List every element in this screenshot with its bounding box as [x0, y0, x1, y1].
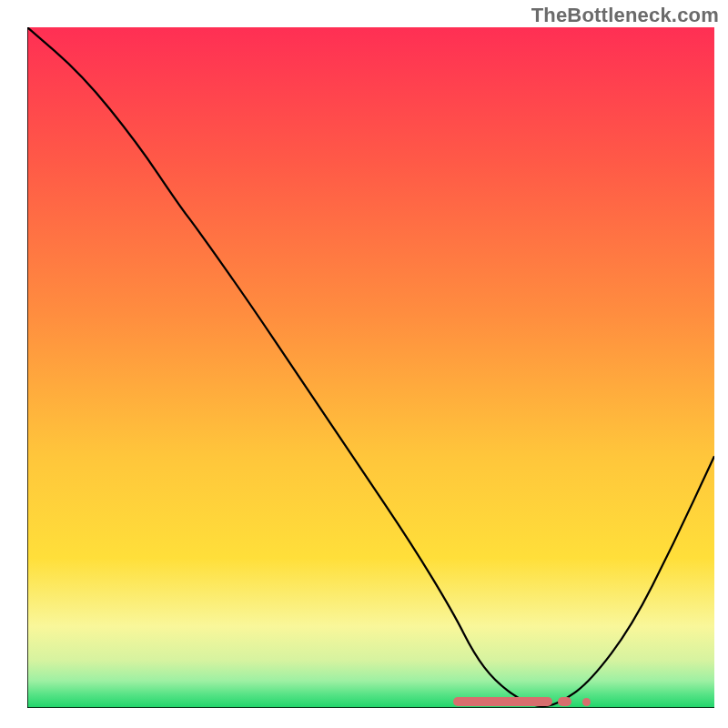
watermark-text: TheBottleneck.com	[531, 4, 719, 27]
chart-area	[27, 27, 714, 708]
marker-dash	[453, 697, 552, 706]
optimal-range-marker	[453, 697, 591, 706]
curve-layer	[27, 27, 714, 708]
plot-container: TheBottleneck.com	[0, 0, 728, 728]
marker-dot	[582, 698, 591, 706]
marker-dash-short	[558, 697, 571, 706]
bottleneck-curve	[27, 27, 714, 706]
